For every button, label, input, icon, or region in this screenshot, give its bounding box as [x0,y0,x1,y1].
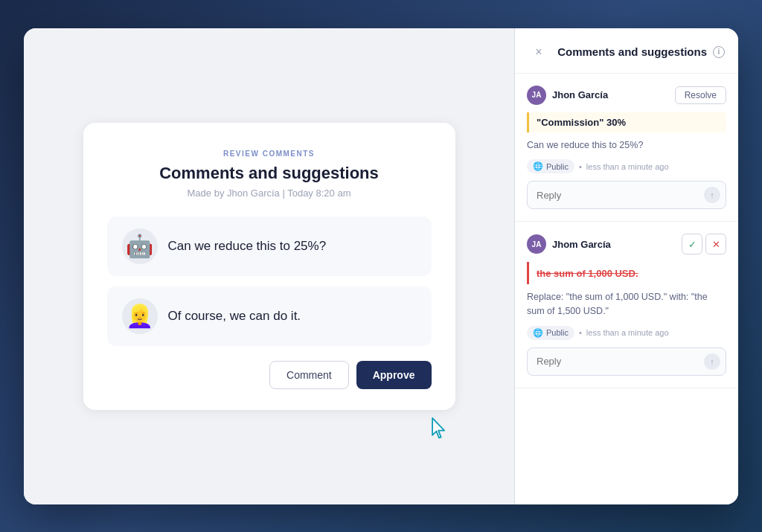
sidebar-panel: × Comments and suggestions i JA Jhon Gar… [515,28,738,504]
review-section-label: REVIEW COMMENTS [107,150,432,158]
comment-text-1: Can we reduce this to 25%? [168,239,327,254]
sidebar-content: JA Jhon García Resolve "Commission" 30% … [515,74,738,504]
time-sep-2: • [579,328,582,337]
quote-block-1: "Commission" 30% [527,112,726,132]
thread-item-2: JA Jhom García ✓ ✕ the sum of 1,000 USD.… [515,222,738,388]
thread-body-2: Replace: "the sum of 1,000 USD." with: "… [527,290,726,318]
user-name-2: Jhom García [552,239,611,250]
reply-input-2[interactable] [527,347,726,376]
sidebar-title-row: Comments and suggestions i [557,45,725,58]
thread-header-2: JA Jhom García ✓ ✕ [527,234,726,254]
sidebar-title: Comments and suggestions [557,45,707,58]
review-meta: Made by Jhon García | Today 8:20 am [107,188,432,199]
globe-icon-2: 🌐 [533,328,543,338]
cursor-overlay [429,417,449,443]
comment-button[interactable]: Comment [269,361,349,389]
user-avatar-1: JA [527,86,546,105]
card-actions: Comment Approve [107,361,432,389]
globe-icon-1: 🌐 [533,161,543,171]
reply-box-2: ↑ [527,347,726,376]
comment-bubble-1: 🤖 Can we reduce this to 25%? [107,217,432,276]
strikethrough-text: the sum of 1,000 USD. [537,268,638,279]
review-title: Comments and suggestions [107,164,432,183]
user-avatar-2: JA [527,234,546,254]
public-badge-1: 🌐 Public [527,159,574,173]
comment-text-2: Of course, we can do it. [168,309,301,324]
reply-input-1[interactable] [527,181,726,209]
info-icon: i [713,46,725,58]
reply-box-1: ↑ [527,181,726,209]
reply-send-button-2[interactable]: ↑ [704,353,720,370]
approve-button[interactable]: Approve [356,361,432,389]
accept-button[interactable]: ✓ [682,234,702,254]
comment-bubble-2: 👱‍♀️ Of course, we can do it. [107,286,432,346]
time-1: • [579,162,582,171]
thread-user-2: JA Jhom García [527,234,611,254]
reply-send-button-1[interactable]: ↑ [704,187,720,203]
public-badge-2: 🌐 Public [527,326,574,340]
resolve-button-1[interactable]: Resolve [675,86,726,104]
thread-footer-2: 🌐 Public • less than a minute ago [527,326,726,340]
close-button[interactable]: × [528,42,549,63]
user-name-1: Jhon García [552,89,608,100]
strikethrough-block: the sum of 1,000 USD. [527,262,726,284]
time-text-2: less than a minute ago [586,328,669,337]
avatar-1: 🤖 [122,228,158,264]
thread-item-1: JA Jhon García Resolve "Commission" 30% … [515,74,738,222]
accept-reject-btns: ✓ ✕ [682,234,726,254]
main-panel: REVIEW COMMENTS Comments and suggestions… [24,28,515,504]
thread-header-1: JA Jhon García Resolve [527,86,726,105]
thread-user-1: JA Jhon García [527,86,608,105]
app-container: REVIEW COMMENTS Comments and suggestions… [24,28,738,504]
avatar-2: 👱‍♀️ [122,298,158,334]
thread-footer-1: 🌐 Public • less than a minute ago [527,159,726,173]
review-card: REVIEW COMMENTS Comments and suggestions… [83,123,455,410]
time-text-1: less than a minute ago [586,162,669,171]
reject-button[interactable]: ✕ [705,234,726,254]
sidebar-header: × Comments and suggestions i [515,28,738,74]
thread-body-1: Can we reduce this to 25%? [527,138,726,153]
